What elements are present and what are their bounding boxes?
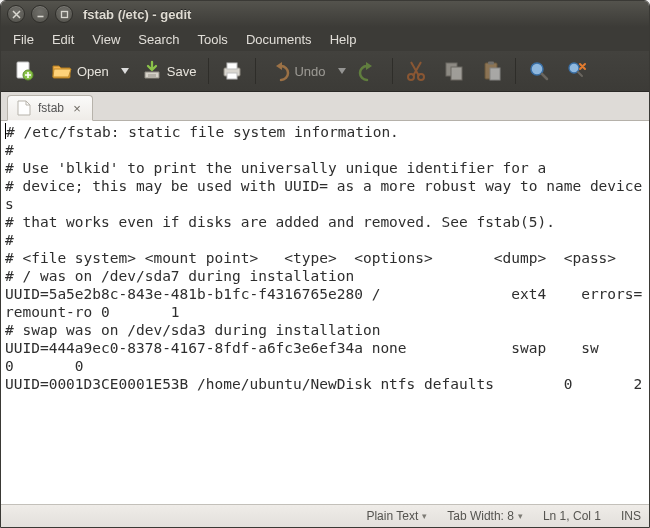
chevron-down-icon: ▾ — [518, 511, 523, 521]
svg-point-7 — [408, 74, 414, 80]
maximize-icon[interactable] — [55, 5, 73, 23]
print-button[interactable] — [215, 56, 249, 86]
status-position-label: Ln 1, Col 1 — [543, 509, 601, 523]
new-document-icon — [13, 60, 35, 82]
undo-button[interactable]: Undo — [262, 56, 331, 86]
document-tabbar: fstab × — [1, 92, 649, 121]
cut-icon — [405, 60, 427, 82]
status-tabwidth-label: Tab Width: 8 — [447, 509, 514, 523]
find-button[interactable] — [522, 56, 556, 86]
paste-icon — [481, 60, 503, 82]
menu-help[interactable]: Help — [322, 30, 365, 49]
svg-rect-3 — [148, 74, 156, 78]
menu-tools[interactable]: Tools — [190, 30, 236, 49]
status-tabwidth[interactable]: Tab Width: 8 ▾ — [447, 509, 523, 523]
minimize-icon[interactable] — [31, 5, 49, 23]
status-insert-label: INS — [621, 509, 641, 523]
svg-rect-5 — [227, 63, 237, 69]
tab-label: fstab — [38, 101, 64, 115]
copy-icon — [443, 60, 465, 82]
menu-edit[interactable]: Edit — [44, 30, 82, 49]
toolbar-separator — [392, 58, 393, 84]
editor-area[interactable]: # /etc/fstab: static file system informa… — [1, 121, 649, 504]
redo-button[interactable] — [352, 56, 386, 86]
toolbar-separator — [515, 58, 516, 84]
save-button[interactable]: Save — [135, 56, 203, 86]
new-document-button[interactable] — [7, 56, 41, 86]
toolbar: Open Save — [1, 51, 649, 92]
search-icon — [528, 60, 550, 82]
toolbar-separator — [208, 58, 209, 84]
undo-icon — [268, 60, 290, 82]
open-button[interactable]: Open — [45, 56, 115, 86]
menu-file[interactable]: File — [5, 30, 42, 49]
open-label: Open — [77, 64, 109, 79]
menubar: File Edit View Search Tools Documents He… — [1, 27, 649, 51]
cut-button[interactable] — [399, 56, 433, 86]
open-dropdown[interactable] — [119, 56, 131, 86]
svg-point-8 — [418, 74, 424, 80]
toolbar-separator — [255, 58, 256, 84]
find-replace-icon — [566, 60, 588, 82]
save-label: Save — [167, 64, 197, 79]
menu-search[interactable]: Search — [130, 30, 187, 49]
menu-view[interactable]: View — [84, 30, 128, 49]
titlebar: fstab (/etc) - gedit — [1, 1, 649, 27]
menu-documents[interactable]: Documents — [238, 30, 320, 49]
undo-label: Undo — [294, 64, 325, 79]
replace-button[interactable] — [560, 56, 594, 86]
print-icon — [221, 60, 243, 82]
window-title: fstab (/etc) - gedit — [83, 7, 191, 22]
paste-button[interactable] — [475, 56, 509, 86]
undo-dropdown[interactable] — [336, 56, 348, 86]
copy-button[interactable] — [437, 56, 471, 86]
folder-open-icon — [51, 60, 73, 82]
redo-icon — [358, 60, 380, 82]
status-position: Ln 1, Col 1 — [543, 509, 601, 523]
tab-fstab[interactable]: fstab × — [7, 95, 93, 121]
text-editor[interactable]: # /etc/fstab: static file system informa… — [1, 121, 649, 395]
svg-rect-10 — [451, 67, 462, 80]
tab-close-icon[interactable]: × — [70, 101, 84, 115]
close-icon[interactable] — [7, 5, 25, 23]
gedit-window: fstab (/etc) - gedit File Edit View Sear… — [0, 0, 650, 528]
status-syntax-label: Plain Text — [366, 509, 418, 523]
statusbar: Plain Text ▾ Tab Width: 8 ▾ Ln 1, Col 1 … — [1, 504, 649, 527]
svg-rect-6 — [227, 73, 237, 79]
status-insert-mode[interactable]: INS — [621, 509, 641, 523]
chevron-down-icon: ▾ — [422, 511, 427, 521]
svg-rect-13 — [490, 68, 500, 80]
save-icon — [141, 60, 163, 82]
svg-rect-12 — [488, 62, 494, 65]
status-syntax[interactable]: Plain Text ▾ — [366, 509, 427, 523]
file-icon — [16, 100, 32, 116]
svg-rect-0 — [61, 11, 67, 17]
